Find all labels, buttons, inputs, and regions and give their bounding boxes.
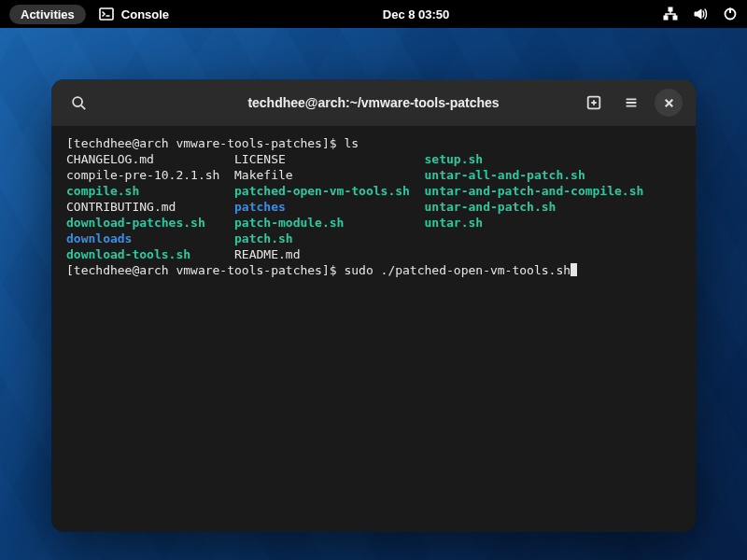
activities-button[interactable]: Activities <box>9 5 86 24</box>
ls-entry: compile-pre-10.2.1.sh <box>66 168 219 182</box>
terminal-window: techdhee@arch:~/vmware-tools-patches [te… <box>51 79 696 532</box>
ls-entry: patches <box>234 200 286 214</box>
volume-icon[interactable] <box>693 7 708 21</box>
ls-entry: Makefile <box>234 168 293 182</box>
topbar-left: Activities Console <box>9 5 169 24</box>
close-button[interactable] <box>655 89 683 117</box>
svg-line-7 <box>81 105 85 109</box>
ls-entry: untar-all-and-patch.sh <box>425 168 585 182</box>
command: sudo ./patched-open-vm-tools.sh <box>344 263 571 277</box>
ls-entry: download-patches.sh <box>66 216 205 230</box>
terminal-header: techdhee@arch:~/vmware-tools-patches <box>51 79 696 126</box>
svg-point-6 <box>73 97 82 106</box>
new-tab-button[interactable] <box>580 89 608 117</box>
menu-button[interactable] <box>617 89 645 117</box>
ls-entry: patch-module.sh <box>234 216 344 230</box>
app-name: Console <box>121 7 169 21</box>
power-icon[interactable] <box>723 7 738 21</box>
ls-entry: README.md <box>234 247 300 261</box>
clock[interactable]: Dec 8 03:50 <box>383 7 450 21</box>
app-indicator[interactable]: Console <box>99 7 169 21</box>
ls-entry: download-tools.sh <box>66 247 190 261</box>
ls-entry: untar-and-patch-and-compile.sh <box>425 184 644 198</box>
ls-entry: setup.sh <box>425 152 484 166</box>
gnome-topbar: Activities Console Dec 8 03:50 <box>0 0 747 28</box>
window-title: techdhee@arch:~/vmware-tools-patches <box>204 95 543 110</box>
prompt: [techdhee@arch vmware-tools-patches]$ <box>66 263 344 277</box>
ls-entry: CHANGELOG.md <box>66 152 154 166</box>
ls-entry: patched-open-vm-tools.sh <box>234 184 410 198</box>
ls-entry: CONTRIBUTING.md <box>66 200 176 214</box>
topbar-right <box>663 7 738 21</box>
cursor <box>571 263 577 276</box>
svg-rect-1 <box>669 7 672 11</box>
search-button[interactable] <box>64 89 92 117</box>
ls-entry: untar.sh <box>425 216 484 230</box>
ls-entry: untar-and-patch.sh <box>425 200 557 214</box>
svg-rect-2 <box>664 16 668 20</box>
ls-entry: patch.sh <box>234 231 293 245</box>
console-icon <box>99 7 114 21</box>
ls-entry: downloads <box>66 231 132 245</box>
prompt: [techdhee@arch vmware-tools-patches]$ <box>66 136 344 150</box>
network-icon[interactable] <box>663 7 678 21</box>
command: ls <box>344 136 359 150</box>
ls-entry: compile.sh <box>66 184 139 198</box>
ls-entry: LICENSE <box>234 152 286 166</box>
svg-rect-3 <box>673 16 677 20</box>
terminal-body[interactable]: [techdhee@arch vmware-tools-patches]$ ls… <box>51 126 696 532</box>
svg-rect-0 <box>100 8 113 20</box>
